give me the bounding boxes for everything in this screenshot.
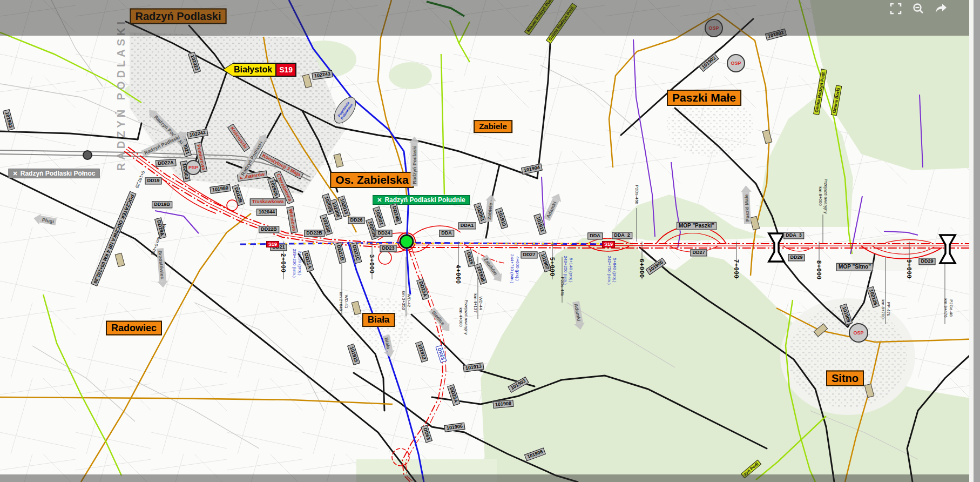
map-marker: 101912 <box>415 341 428 363</box>
bottom-overlay-band <box>0 474 974 482</box>
label-text: WD-41 km 2+649 <box>339 292 349 311</box>
map-kmpost: 4+000 <box>455 265 462 284</box>
label-text: 5+140 (proj.) 243+250 (istn.) <box>563 256 573 285</box>
map-marker: DD29 <box>918 258 935 265</box>
direction-arrow: Brzostówiec <box>157 248 166 282</box>
label-text: 4+600 (proj.) 244+710 (istn.) <box>510 254 520 283</box>
direction-sign-route: S19 <box>276 63 296 77</box>
fullscreen-button[interactable] <box>888 1 903 16</box>
label-text: 5+000 <box>549 257 556 277</box>
label-text: Gmina Borki <box>832 88 841 113</box>
label-text: Zabiele <box>479 122 507 131</box>
arrow-text: Radzyń Podlaski <box>411 145 417 184</box>
label-text: DD25A <box>418 280 428 297</box>
label-text: DD25 <box>466 251 475 265</box>
label-text: DD29 <box>790 255 802 260</box>
label-text: 101909 <box>841 306 851 323</box>
direction-arrow: Radzyń Podlaski <box>141 132 183 157</box>
label-text: 101980 <box>212 185 228 192</box>
label-text: 101913 <box>465 363 482 371</box>
route-shield-s19: S19 <box>602 241 615 247</box>
map-marker: DD19 <box>145 177 161 184</box>
arrow-text: Zabiele <box>486 203 494 220</box>
map-annblue: 5+140 (proj.) 243+250 (istn.) <box>563 256 573 285</box>
label-text: Radzyń Podlaski Południe <box>384 196 465 204</box>
map-kmpost: 3+000 <box>369 255 375 274</box>
section-start-label: POCZĄTEK ODCINKA NR 4 KM 00+192,39 <box>90 191 136 287</box>
map-ann: Przejazd awaryjny km 4+000 <box>458 300 468 335</box>
direction-arrow: Zabiele <box>485 200 494 222</box>
label-text: 8+000 <box>816 260 822 280</box>
viewer-gutter[interactable] <box>974 0 980 482</box>
label-text: MOP "Paszki" <box>679 223 714 229</box>
map-street: Truskawkowa <box>250 198 286 205</box>
label-text: DD22B <box>261 226 277 232</box>
label-text: Paszki Małe <box>672 91 736 104</box>
map-viewer: Radzyń PodlaskiOs. ZabielskaZabielePaszk… <box>0 0 980 482</box>
label-text: Radzyń Podlaski Północ <box>21 170 96 177</box>
label-text: 4+000 <box>455 265 462 284</box>
fire-station-circle: OSP <box>849 323 868 343</box>
town-label-zabiele: Zabiele <box>474 120 512 133</box>
culvert-box <box>750 216 760 231</box>
label-text: 6+000 <box>639 259 645 278</box>
map-ann: WD-44 km 4+137 <box>472 293 483 312</box>
map-marker: DD25 <box>464 249 476 267</box>
culvert-box <box>814 323 828 337</box>
map-marker: 101980 <box>209 184 231 194</box>
map-marker: DD19B <box>152 201 172 208</box>
label-text: DD22B <box>233 186 244 203</box>
label-text: DD21B <box>336 244 345 261</box>
map-marker: DD27 <box>521 251 537 258</box>
map-marker: MOP "Paszki" <box>677 222 717 230</box>
label-text: DD27 <box>523 252 535 257</box>
map-marker: DD21C <box>350 242 362 264</box>
label-text: Przejazd awaryjny km 8+000 <box>818 179 828 214</box>
map-marker: MOP "Sitno" <box>836 263 873 271</box>
map-ann: WD-42 km 3+353 <box>401 291 411 310</box>
label-text: Gmina Radzyń Podl. <box>814 71 826 113</box>
label-text: DD25A <box>449 386 459 403</box>
map-sheet-name: RADZYŃ PODLASKI <box>115 18 127 171</box>
map-marker: 101902 <box>699 53 719 72</box>
map-marker: DD24 <box>375 230 392 237</box>
map-kmpost: 9+000 <box>906 259 913 279</box>
label-text: DD24 <box>377 230 390 236</box>
map-marker: DD21B <box>334 242 347 264</box>
map-kmpost: 2+000 <box>280 253 287 273</box>
label-text: Biała <box>368 314 390 325</box>
map-marker: 101906 <box>524 447 546 461</box>
label-text: Os. Zabielska <box>335 173 408 186</box>
top-overlay-band <box>0 0 974 36</box>
label-text: DD22B <box>306 230 322 236</box>
map-ann: WD-41 km 2+649 <box>338 292 348 311</box>
map-ann: P2Ds-46b <box>634 185 639 204</box>
map-marker: DDA1 <box>458 222 476 229</box>
zoom-out-button[interactable] <box>911 1 926 16</box>
map-marker: 101906 <box>444 423 465 432</box>
culvert-box <box>115 253 125 267</box>
arrow-text: Radzyń Podlaski <box>143 134 180 155</box>
map-label-layer: Radzyń PodlaskiOs. ZabielskaZabielePaszk… <box>0 0 980 482</box>
label-text: DD23 <box>382 245 394 251</box>
label-text: 101906 <box>526 449 544 460</box>
arrow-text: Paszki Małe <box>744 195 751 222</box>
label-text: DD24B <box>391 205 401 222</box>
culvert-box <box>302 74 313 89</box>
map-ann: Przejazd awaryjny km 8+000 <box>817 179 828 214</box>
share-button[interactable] <box>934 1 949 16</box>
direction-arrow: Biała <box>383 334 393 352</box>
map-gmina: Gmina Borki <box>831 85 842 116</box>
label-text: 101910 <box>497 210 507 227</box>
map-kmpost: 8+000 <box>816 260 822 280</box>
map-marker: 102051 <box>474 203 486 224</box>
label-text: PSP <box>188 165 198 170</box>
interchange-label-polnoc: ✕Radzyń Podlaski Północ <box>9 169 100 178</box>
label-text: 101908 <box>476 265 486 283</box>
magnifier-minus-icon <box>913 3 924 15</box>
map-marker: DD22B <box>232 184 245 206</box>
interchange-label-poludnie: ✕Radzyń Podlaski Południe <box>373 195 470 205</box>
label-text: DDA <box>590 233 600 238</box>
map-annblue: 4+600 (proj.) 244+710 (istn.) <box>509 254 519 283</box>
map-kmpost: 7+000 <box>733 259 740 279</box>
